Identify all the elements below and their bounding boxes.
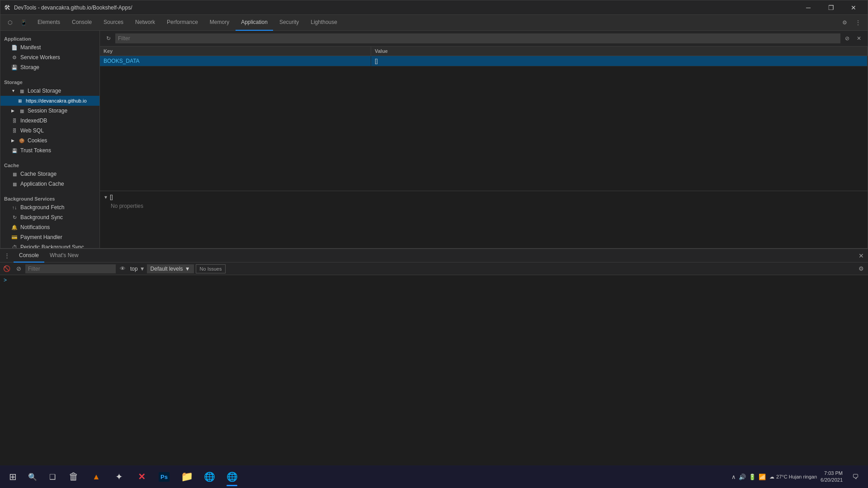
table-row[interactable]: BOOKS_DATA [] (100, 56, 868, 66)
taskbar-app-files[interactable]: 📁 (176, 466, 197, 487)
tab-lighthouse[interactable]: Lighthouse (305, 15, 343, 31)
col-header-key: Key (100, 47, 371, 56)
maximize-button[interactable]: ❐ (821, 0, 841, 15)
sidebar-item-indexed-db[interactable]: 🗄 IndexedDB (0, 116, 99, 126)
taskbar-app-chrome2[interactable]: 🌐 (222, 466, 242, 487)
taskbar-app-figma[interactable]: ✦ (108, 466, 129, 487)
taskbar-clock[interactable]: 7:03 PM 6/20/2021 (821, 470, 843, 484)
taskbar-app-recycle[interactable]: 🗑 (63, 466, 84, 487)
console-settings-icon[interactable]: ⚙ (856, 264, 866, 274)
bg-sync-icon: ↻ (11, 215, 18, 221)
application-section-header: Application (0, 33, 99, 42)
sidebar-item-local-storage-url[interactable]: ▦ https://devancakra.github.io (0, 96, 99, 106)
storage-section-header: Storage (0, 76, 99, 86)
sidebar-item-bg-fetch[interactable]: ↑↓ Background Fetch (0, 202, 99, 212)
task-view-button[interactable]: ❑ (43, 468, 61, 486)
delete-selected-button[interactable]: ✕ (854, 33, 864, 43)
preview-expand-row[interactable]: ▼ [] (100, 193, 868, 201)
figma-icon: ✦ (115, 471, 123, 482)
bg-fetch-icon: ↑↓ (11, 205, 18, 210)
sidebar-item-cookies[interactable]: ▶ 🍪 Cookies (0, 136, 99, 145)
clock-time: 7:03 PM (821, 470, 843, 477)
taskbar-app-photoshop[interactable]: Ps (154, 466, 175, 487)
tab-security[interactable]: Security (274, 15, 304, 31)
console-top-dropdown[interactable]: ▼ (140, 266, 145, 272)
sidebar-item-periodic-bg-sync[interactable]: ⏱ Periodic Background Sync (0, 242, 99, 248)
battery-icon[interactable]: 🔋 (749, 474, 756, 480)
sidebar-item-payment-handler[interactable]: 💳 Payment Handler (0, 232, 99, 242)
console-eye-icon[interactable]: 👁 (118, 264, 127, 274)
table-cell-value: [] (371, 56, 868, 66)
settings-icon[interactable]: ⚙ (839, 17, 850, 28)
console-clear-button[interactable]: 🚫 (2, 264, 12, 274)
tab-memory[interactable]: Memory (204, 15, 235, 31)
volume-icon[interactable]: 🔊 (739, 474, 746, 480)
storage-table: Key Value BOOKS_DATA [] (100, 47, 868, 191)
photoshop-icon: Ps (159, 472, 170, 482)
preview-expand-icon: ▼ (104, 195, 108, 200)
preview-no-properties: No properties (100, 201, 868, 211)
taskbar-app-chrome1[interactable]: 🌐 (199, 466, 220, 487)
tab-performance[interactable]: Performance (161, 15, 203, 31)
search-button[interactable]: 🔍 (24, 468, 42, 486)
tab-whatsnew[interactable]: What's New (44, 249, 84, 263)
local-storage-url-icon: ▦ (17, 99, 23, 103)
tab-console[interactable]: Console (66, 15, 97, 31)
content-panel: ↻ ⊘ ✕ Key Value BOOKS_DATA [] ▼ (100, 31, 868, 248)
tab-console-bottom[interactable]: Console (14, 249, 44, 263)
files-icon: 📁 (181, 471, 193, 483)
taskbar-weather[interactable]: ☁ 27°C Hujan ringan (769, 474, 817, 480)
minimize-button[interactable]: ─ (798, 0, 819, 15)
taskbar: ⊞ 🔍 ❑ 🗑 ▲ ✦ ✕ Ps 📁 🌐 🌐 ∧ 🔊 🔋 📶 (0, 465, 868, 488)
console-filter-input[interactable] (25, 264, 116, 273)
inspect-icon[interactable]: ⬡ (4, 17, 16, 28)
sidebar-item-trust-tokens[interactable]: 💾 Trust Tokens (0, 145, 99, 155)
value-preview: ▼ [] No properties (100, 191, 868, 248)
filter-input[interactable] (115, 33, 840, 43)
more-tools-icon[interactable]: ⋮ (852, 17, 864, 28)
console-menu-icon[interactable]: ⋮ (2, 251, 12, 261)
start-icon: ⊞ (9, 471, 17, 482)
close-button[interactable]: ✕ (843, 0, 864, 15)
console-body[interactable]: > (0, 275, 868, 339)
clear-filter-button[interactable]: ⊘ (842, 33, 852, 43)
close-app-icon: ✕ (138, 471, 146, 482)
console-default-levels-button[interactable]: Default levels ▼ (147, 264, 194, 273)
service-workers-icon: ⚙ (11, 55, 18, 61)
sidebar-item-service-workers[interactable]: ⚙ Service Workers (0, 52, 99, 62)
tab-network[interactable]: Network (130, 15, 160, 31)
sidebar-item-bg-sync[interactable]: ↻ Background Sync (0, 212, 99, 222)
sidebar-item-app-cache[interactable]: ▦ Application Cache (0, 179, 99, 189)
weather-icon: ☁ (769, 474, 774, 480)
notification-button[interactable]: 🗨 (846, 468, 864, 486)
notifications-icon: 🔔 (11, 225, 18, 230)
taskbar-app-close[interactable]: ✕ (131, 466, 152, 487)
sidebar-item-storage[interactable]: 💾 Storage (0, 62, 99, 72)
taskbar-app-matlab[interactable]: ▲ (86, 466, 107, 487)
start-button[interactable]: ⊞ (4, 468, 22, 486)
sidebar-item-notifications[interactable]: 🔔 Notifications (0, 222, 99, 232)
sidebar-item-local-storage[interactable]: ▼ ▦ Local Storage (0, 86, 99, 96)
console-prompt[interactable]: > (4, 277, 864, 283)
tab-sources[interactable]: Sources (98, 15, 129, 31)
cache-section-header: Cache (0, 159, 99, 169)
recycle-bin-icon: 🗑 (69, 471, 79, 483)
table-cell-key: BOOKS_DATA (100, 56, 371, 66)
col-header-value: Value (371, 47, 868, 56)
refresh-button[interactable]: ↻ (104, 33, 113, 43)
console-filter-toggle[interactable]: ⊘ (14, 264, 24, 274)
cache-storage-icon: ▦ (11, 172, 18, 177)
close-console-button[interactable]: ✕ (856, 251, 866, 261)
task-view-icon: ❑ (49, 473, 56, 481)
device-toolbar-icon[interactable]: 📱 (18, 17, 29, 28)
network-icon[interactable]: 📶 (759, 474, 766, 480)
sidebar-item-session-storage[interactable]: ▶ ▦ Session Storage (0, 106, 99, 116)
sidebar-item-web-sql[interactable]: 🗄 Web SQL (0, 126, 99, 136)
sidebar-item-cache-storage[interactable]: ▦ Cache Storage (0, 169, 99, 179)
tab-application[interactable]: Application (236, 15, 273, 31)
no-issues-badge: No Issues (196, 264, 226, 273)
tab-elements[interactable]: Elements (32, 15, 66, 31)
expand-local-storage-arrow: ▼ (11, 89, 16, 93)
sidebar-item-manifest[interactable]: 📄 Manifest (0, 42, 99, 52)
system-tray-expand[interactable]: ∧ (731, 474, 736, 480)
